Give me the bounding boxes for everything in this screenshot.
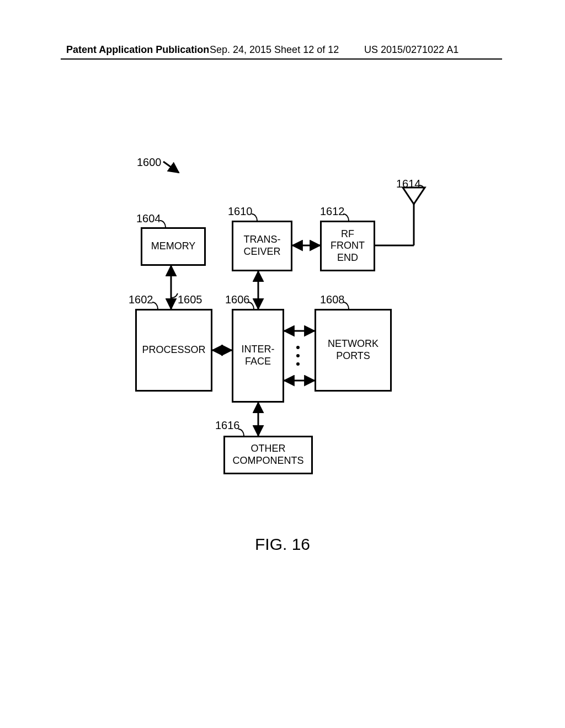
- svg-point-11: [296, 354, 300, 357]
- interface-label: INTER-FACE: [242, 344, 275, 367]
- svg-line-0: [163, 162, 179, 173]
- header-rule: [61, 58, 502, 60]
- ref-1608: 1608: [320, 293, 345, 306]
- ref-1605: 1605: [178, 293, 202, 306]
- ref-1614: 1614: [396, 178, 421, 190]
- header-right: US 2015/0271022 A1: [364, 44, 459, 56]
- header-left: Patent Application Publication: [66, 44, 209, 56]
- svg-point-10: [296, 346, 300, 349]
- processor-box: PROCESSOR: [135, 309, 212, 392]
- rf-front-end-label: RFFRONTEND: [331, 228, 365, 264]
- other-components-label: OTHERCOMPONENTS: [232, 443, 303, 467]
- network-ports-box: NETWORKPORTS: [315, 309, 392, 392]
- ref-1610: 1610: [228, 205, 253, 218]
- figure-caption: FIG. 16: [0, 535, 565, 554]
- ref-1604: 1604: [136, 212, 161, 225]
- rf-front-end-box: RFFRONTEND: [320, 221, 375, 271]
- interface-box: INTER-FACE: [232, 309, 284, 403]
- ref-1602: 1602: [129, 293, 153, 306]
- memory-box: MEMORY: [141, 227, 206, 266]
- transceiver-box: TRANS-CEIVER: [232, 221, 292, 271]
- ref-1600: 1600: [137, 156, 162, 169]
- svg-point-12: [296, 362, 300, 366]
- ref-1616: 1616: [215, 419, 240, 432]
- other-components-box: OTHERCOMPONENTS: [223, 436, 313, 474]
- header-center: Sep. 24, 2015 Sheet 12 of 12: [210, 44, 339, 56]
- ref-1612: 1612: [320, 205, 345, 218]
- transceiver-label: TRANS-CEIVER: [243, 234, 280, 258]
- ref-1606: 1606: [225, 293, 250, 306]
- diagram-stage: Patent Application Publication Sep. 24, …: [0, 0, 565, 728]
- network-ports-label: NETWORKPORTS: [328, 338, 379, 362]
- memory-label: MEMORY: [151, 240, 196, 253]
- processor-label: PROCESSOR: [142, 344, 205, 356]
- page-header: Patent Application Publication Sep. 24, …: [0, 44, 565, 60]
